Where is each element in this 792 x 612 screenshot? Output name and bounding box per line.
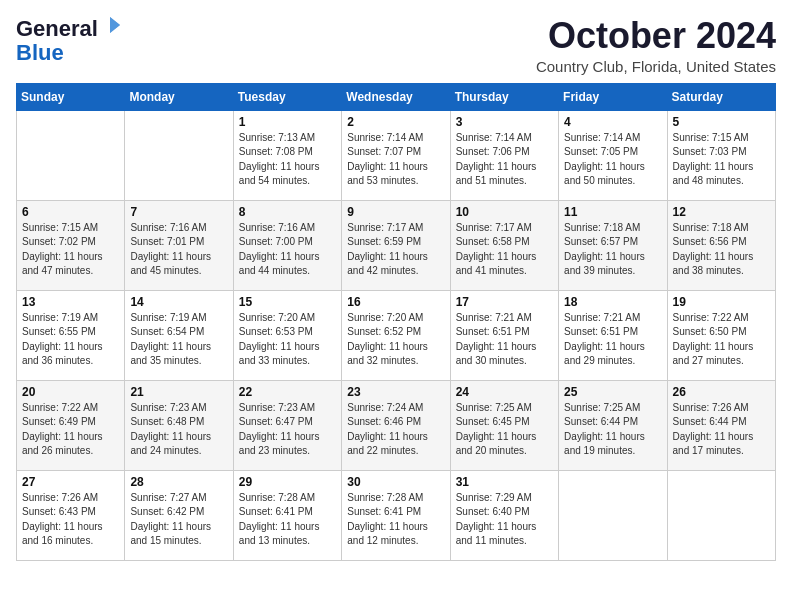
day-info: Sunrise: 7:25 AMSunset: 6:45 PMDaylight:… xyxy=(456,401,553,459)
day-number: 3 xyxy=(456,115,553,129)
calendar-day: 2Sunrise: 7:14 AMSunset: 7:07 PMDaylight… xyxy=(342,110,450,200)
day-info: Sunrise: 7:20 AMSunset: 6:53 PMDaylight:… xyxy=(239,311,336,369)
day-number: 16 xyxy=(347,295,444,309)
calendar-day: 19Sunrise: 7:22 AMSunset: 6:50 PMDayligh… xyxy=(667,290,775,380)
day-info: Sunrise: 7:23 AMSunset: 6:48 PMDaylight:… xyxy=(130,401,227,459)
calendar-day: 31Sunrise: 7:29 AMSunset: 6:40 PMDayligh… xyxy=(450,470,558,560)
calendar-day xyxy=(667,470,775,560)
day-number: 8 xyxy=(239,205,336,219)
day-number: 30 xyxy=(347,475,444,489)
weekday-header-row: SundayMondayTuesdayWednesdayThursdayFrid… xyxy=(17,83,776,110)
day-info: Sunrise: 7:17 AMSunset: 6:58 PMDaylight:… xyxy=(456,221,553,279)
calendar-day: 5Sunrise: 7:15 AMSunset: 7:03 PMDaylight… xyxy=(667,110,775,200)
day-info: Sunrise: 7:25 AMSunset: 6:44 PMDaylight:… xyxy=(564,401,661,459)
calendar-day: 23Sunrise: 7:24 AMSunset: 6:46 PMDayligh… xyxy=(342,380,450,470)
weekday-header-tuesday: Tuesday xyxy=(233,83,341,110)
calendar-day: 25Sunrise: 7:25 AMSunset: 6:44 PMDayligh… xyxy=(559,380,667,470)
day-number: 25 xyxy=(564,385,661,399)
day-info: Sunrise: 7:20 AMSunset: 6:52 PMDaylight:… xyxy=(347,311,444,369)
day-info: Sunrise: 7:22 AMSunset: 6:49 PMDaylight:… xyxy=(22,401,119,459)
calendar-day: 22Sunrise: 7:23 AMSunset: 6:47 PMDayligh… xyxy=(233,380,341,470)
calendar-day: 29Sunrise: 7:28 AMSunset: 6:41 PMDayligh… xyxy=(233,470,341,560)
day-info: Sunrise: 7:29 AMSunset: 6:40 PMDaylight:… xyxy=(456,491,553,549)
day-number: 9 xyxy=(347,205,444,219)
day-number: 21 xyxy=(130,385,227,399)
location-title: Country Club, Florida, United States xyxy=(536,58,776,75)
day-number: 26 xyxy=(673,385,770,399)
calendar-day: 15Sunrise: 7:20 AMSunset: 6:53 PMDayligh… xyxy=(233,290,341,380)
day-info: Sunrise: 7:26 AMSunset: 6:44 PMDaylight:… xyxy=(673,401,770,459)
calendar-week-2: 6Sunrise: 7:15 AMSunset: 7:02 PMDaylight… xyxy=(17,200,776,290)
day-number: 31 xyxy=(456,475,553,489)
calendar-day: 4Sunrise: 7:14 AMSunset: 7:05 PMDaylight… xyxy=(559,110,667,200)
calendar-day: 10Sunrise: 7:17 AMSunset: 6:58 PMDayligh… xyxy=(450,200,558,290)
day-info: Sunrise: 7:15 AMSunset: 7:03 PMDaylight:… xyxy=(673,131,770,189)
day-info: Sunrise: 7:14 AMSunset: 7:05 PMDaylight:… xyxy=(564,131,661,189)
calendar-day: 28Sunrise: 7:27 AMSunset: 6:42 PMDayligh… xyxy=(125,470,233,560)
day-info: Sunrise: 7:13 AMSunset: 7:08 PMDaylight:… xyxy=(239,131,336,189)
day-info: Sunrise: 7:17 AMSunset: 6:59 PMDaylight:… xyxy=(347,221,444,279)
calendar-day: 11Sunrise: 7:18 AMSunset: 6:57 PMDayligh… xyxy=(559,200,667,290)
calendar-week-1: 1Sunrise: 7:13 AMSunset: 7:08 PMDaylight… xyxy=(17,110,776,200)
day-info: Sunrise: 7:22 AMSunset: 6:50 PMDaylight:… xyxy=(673,311,770,369)
day-number: 18 xyxy=(564,295,661,309)
day-number: 13 xyxy=(22,295,119,309)
day-number: 7 xyxy=(130,205,227,219)
calendar-body: 1Sunrise: 7:13 AMSunset: 7:08 PMDaylight… xyxy=(17,110,776,560)
day-number: 22 xyxy=(239,385,336,399)
calendar-table: SundayMondayTuesdayWednesdayThursdayFrid… xyxy=(16,83,776,561)
day-number: 19 xyxy=(673,295,770,309)
day-number: 5 xyxy=(673,115,770,129)
day-info: Sunrise: 7:15 AMSunset: 7:02 PMDaylight:… xyxy=(22,221,119,279)
weekday-header-thursday: Thursday xyxy=(450,83,558,110)
day-number: 2 xyxy=(347,115,444,129)
logo-flag-icon xyxy=(100,17,120,37)
calendar-day: 7Sunrise: 7:16 AMSunset: 7:01 PMDaylight… xyxy=(125,200,233,290)
header: General Blue October 2024 Country Club, … xyxy=(16,16,776,75)
svg-rect-2 xyxy=(100,17,110,33)
logo: General Blue xyxy=(16,16,120,64)
calendar-day: 26Sunrise: 7:26 AMSunset: 6:44 PMDayligh… xyxy=(667,380,775,470)
day-number: 29 xyxy=(239,475,336,489)
day-number: 6 xyxy=(22,205,119,219)
day-info: Sunrise: 7:21 AMSunset: 6:51 PMDaylight:… xyxy=(564,311,661,369)
calendar-week-3: 13Sunrise: 7:19 AMSunset: 6:55 PMDayligh… xyxy=(17,290,776,380)
day-info: Sunrise: 7:27 AMSunset: 6:42 PMDaylight:… xyxy=(130,491,227,549)
day-info: Sunrise: 7:14 AMSunset: 7:06 PMDaylight:… xyxy=(456,131,553,189)
calendar-day: 12Sunrise: 7:18 AMSunset: 6:56 PMDayligh… xyxy=(667,200,775,290)
day-info: Sunrise: 7:18 AMSunset: 6:57 PMDaylight:… xyxy=(564,221,661,279)
weekday-header-monday: Monday xyxy=(125,83,233,110)
calendar-week-5: 27Sunrise: 7:26 AMSunset: 6:43 PMDayligh… xyxy=(17,470,776,560)
day-number: 15 xyxy=(239,295,336,309)
day-number: 20 xyxy=(22,385,119,399)
day-number: 14 xyxy=(130,295,227,309)
day-info: Sunrise: 7:16 AMSunset: 7:00 PMDaylight:… xyxy=(239,221,336,279)
day-info: Sunrise: 7:26 AMSunset: 6:43 PMDaylight:… xyxy=(22,491,119,549)
day-info: Sunrise: 7:24 AMSunset: 6:46 PMDaylight:… xyxy=(347,401,444,459)
calendar-day: 30Sunrise: 7:28 AMSunset: 6:41 PMDayligh… xyxy=(342,470,450,560)
calendar-header: SundayMondayTuesdayWednesdayThursdayFrid… xyxy=(17,83,776,110)
weekday-header-saturday: Saturday xyxy=(667,83,775,110)
day-number: 10 xyxy=(456,205,553,219)
calendar-day: 14Sunrise: 7:19 AMSunset: 6:54 PMDayligh… xyxy=(125,290,233,380)
calendar-day: 24Sunrise: 7:25 AMSunset: 6:45 PMDayligh… xyxy=(450,380,558,470)
day-number: 23 xyxy=(347,385,444,399)
title-area: October 2024 Country Club, Florida, Unit… xyxy=(536,16,776,75)
calendar-day: 27Sunrise: 7:26 AMSunset: 6:43 PMDayligh… xyxy=(17,470,125,560)
day-info: Sunrise: 7:28 AMSunset: 6:41 PMDaylight:… xyxy=(347,491,444,549)
weekday-header-sunday: Sunday xyxy=(17,83,125,110)
calendar-day: 17Sunrise: 7:21 AMSunset: 6:51 PMDayligh… xyxy=(450,290,558,380)
day-info: Sunrise: 7:23 AMSunset: 6:47 PMDaylight:… xyxy=(239,401,336,459)
day-number: 27 xyxy=(22,475,119,489)
day-info: Sunrise: 7:19 AMSunset: 6:55 PMDaylight:… xyxy=(22,311,119,369)
calendar-day: 13Sunrise: 7:19 AMSunset: 6:55 PMDayligh… xyxy=(17,290,125,380)
calendar-day: 3Sunrise: 7:14 AMSunset: 7:06 PMDaylight… xyxy=(450,110,558,200)
weekday-header-friday: Friday xyxy=(559,83,667,110)
calendar-day: 8Sunrise: 7:16 AMSunset: 7:00 PMDaylight… xyxy=(233,200,341,290)
calendar-day: 6Sunrise: 7:15 AMSunset: 7:02 PMDaylight… xyxy=(17,200,125,290)
weekday-header-wednesday: Wednesday xyxy=(342,83,450,110)
day-info: Sunrise: 7:19 AMSunset: 6:54 PMDaylight:… xyxy=(130,311,227,369)
calendar-day xyxy=(17,110,125,200)
calendar-day: 1Sunrise: 7:13 AMSunset: 7:08 PMDaylight… xyxy=(233,110,341,200)
day-number: 1 xyxy=(239,115,336,129)
